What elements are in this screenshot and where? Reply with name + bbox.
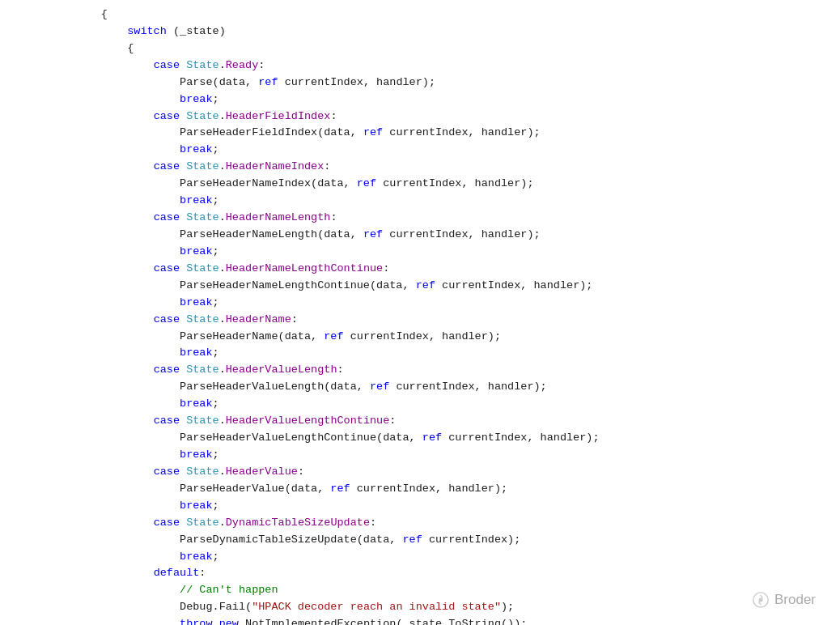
code-line-5: Parse(data, ref currentIndex, handler); — [49, 74, 840, 91]
code-line-22: case State.HeaderValueLength: — [49, 362, 840, 379]
code-line-15: break; — [49, 244, 840, 261]
code-line-37: throw new NotImplementedException(_state… — [49, 616, 840, 625]
code-line-4: case State.Ready: — [49, 57, 840, 74]
code-line-32: ParseDynamicTableSizeUpdate(data, ref cu… — [49, 532, 840, 549]
broder-icon — [752, 591, 770, 609]
code-line-6: break; — [49, 91, 840, 108]
code-line-10: case State.HeaderNameIndex: — [49, 159, 840, 176]
code-line-18: break; — [49, 295, 840, 312]
code-line-16: case State.HeaderNameLengthContinue: — [49, 261, 840, 278]
code-line-27: break; — [49, 447, 840, 464]
code-line-21: break; — [49, 345, 840, 362]
code-line-31: case State.DynamicTableSizeUpdate: — [49, 515, 840, 532]
svg-point-1 — [759, 598, 762, 602]
code-line-11: ParseHeaderNameIndex(data, ref currentIn… — [49, 176, 840, 193]
code-line-26: ParseHeaderValueLengthContinue(data, ref… — [49, 430, 840, 447]
code-line-34: default: — [49, 565, 840, 582]
code-block: { switch (_state) { case State.Ready: Pa… — [0, 0, 840, 625]
code-line-1: { — [49, 6, 840, 23]
code-line-33: break; — [49, 549, 840, 566]
code-line-36: Debug.Fail("HPACK decoder reach an inval… — [49, 599, 840, 616]
code-line-2: switch (_state) — [49, 23, 840, 40]
code-line-28: case State.HeaderValue: — [49, 464, 840, 481]
code-line-24: break; — [49, 396, 840, 413]
code-line-13: case State.HeaderNameLength: — [49, 210, 840, 227]
code-line-20: ParseHeaderName(data, ref currentIndex, … — [49, 329, 840, 346]
code-line-17: ParseHeaderNameLengthContinue(data, ref … — [49, 278, 840, 295]
code-line-19: case State.HeaderName: — [49, 312, 840, 329]
code-line-14: ParseHeaderNameLength(data, ref currentI… — [49, 227, 840, 244]
code-line-7: case State.HeaderFieldIndex: — [49, 108, 840, 125]
code-line-23: ParseHeaderValueLength(data, ref current… — [49, 379, 840, 396]
watermark-text: Broder — [774, 589, 816, 610]
code-line-12: break; — [49, 193, 840, 210]
code-line-30: break; — [49, 498, 840, 515]
code-line-25: case State.HeaderValueLengthContinue: — [49, 413, 840, 430]
code-line-8: ParseHeaderFieldIndex(data, ref currentI… — [49, 125, 840, 142]
code-line-29: ParseHeaderValue(data, ref currentIndex,… — [49, 481, 840, 498]
code-line-35: // Can't happen — [49, 582, 840, 599]
code-line-9: break; — [49, 142, 840, 159]
watermark: Broder — [752, 589, 816, 610]
code-line-3: { — [49, 40, 840, 57]
